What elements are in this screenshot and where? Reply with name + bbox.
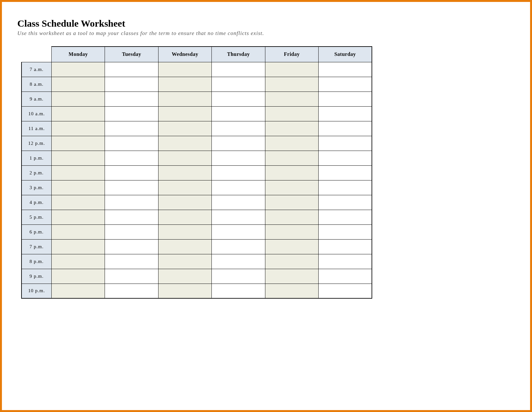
schedule-slot[interactable] xyxy=(158,121,212,136)
schedule-slot[interactable] xyxy=(265,284,318,298)
schedule-slot[interactable] xyxy=(212,239,265,254)
schedule-slot[interactable] xyxy=(212,77,265,92)
schedule-slot[interactable] xyxy=(319,92,372,106)
schedule-slot[interactable] xyxy=(105,239,158,254)
schedule-slot[interactable] xyxy=(212,121,265,136)
schedule-slot[interactable] xyxy=(158,165,212,180)
schedule-slot[interactable] xyxy=(105,284,158,298)
schedule-slot[interactable] xyxy=(319,151,372,165)
schedule-slot[interactable] xyxy=(265,180,318,195)
schedule-slot[interactable] xyxy=(319,77,372,92)
schedule-slot[interactable] xyxy=(212,195,265,210)
schedule-slot[interactable] xyxy=(52,151,105,165)
schedule-slot[interactable] xyxy=(52,254,105,269)
schedule-slot[interactable] xyxy=(52,195,105,210)
schedule-slot[interactable] xyxy=(265,92,318,106)
schedule-slot[interactable] xyxy=(105,224,158,239)
time-label: 1 p.m. xyxy=(21,151,52,165)
schedule-slot[interactable] xyxy=(105,92,158,106)
time-row: 8 a.m. xyxy=(21,77,372,92)
schedule-slot[interactable] xyxy=(212,224,265,239)
schedule-slot[interactable] xyxy=(105,269,158,284)
schedule-slot[interactable] xyxy=(105,136,158,151)
schedule-slot[interactable] xyxy=(105,210,158,224)
schedule-slot[interactable] xyxy=(265,136,318,151)
schedule-slot[interactable] xyxy=(265,224,318,239)
schedule-slot[interactable] xyxy=(52,121,105,136)
schedule-slot[interactable] xyxy=(158,239,212,254)
schedule-slot[interactable] xyxy=(52,77,105,92)
schedule-slot[interactable] xyxy=(319,106,372,121)
schedule-slot[interactable] xyxy=(105,77,158,92)
schedule-slot[interactable] xyxy=(212,180,265,195)
schedule-slot[interactable] xyxy=(158,92,212,106)
schedule-slot[interactable] xyxy=(265,151,318,165)
schedule-slot[interactable] xyxy=(105,180,158,195)
schedule-slot[interactable] xyxy=(212,151,265,165)
schedule-slot[interactable] xyxy=(158,106,212,121)
schedule-slot[interactable] xyxy=(265,121,318,136)
schedule-slot[interactable] xyxy=(265,62,318,77)
schedule-slot[interactable] xyxy=(212,62,265,77)
schedule-slot[interactable] xyxy=(158,254,212,269)
schedule-slot[interactable] xyxy=(105,121,158,136)
schedule-slot[interactable] xyxy=(105,62,158,77)
schedule-slot[interactable] xyxy=(158,62,212,77)
schedule-slot[interactable] xyxy=(105,195,158,210)
schedule-slot[interactable] xyxy=(212,165,265,180)
schedule-slot[interactable] xyxy=(212,92,265,106)
schedule-slot[interactable] xyxy=(265,165,318,180)
schedule-slot[interactable] xyxy=(52,239,105,254)
schedule-slot[interactable] xyxy=(212,136,265,151)
schedule-slot[interactable] xyxy=(52,210,105,224)
schedule-slot[interactable] xyxy=(105,254,158,269)
schedule-slot[interactable] xyxy=(265,239,318,254)
schedule-slot[interactable] xyxy=(52,62,105,77)
schedule-slot[interactable] xyxy=(52,269,105,284)
schedule-slot[interactable] xyxy=(319,121,372,136)
schedule-slot[interactable] xyxy=(265,77,318,92)
schedule-slot[interactable] xyxy=(319,269,372,284)
schedule-slot[interactable] xyxy=(105,106,158,121)
schedule-slot[interactable] xyxy=(52,106,105,121)
schedule-slot[interactable] xyxy=(52,165,105,180)
schedule-slot[interactable] xyxy=(265,269,318,284)
schedule-slot[interactable] xyxy=(319,239,372,254)
schedule-slot[interactable] xyxy=(52,180,105,195)
schedule-slot[interactable] xyxy=(212,254,265,269)
schedule-slot[interactable] xyxy=(319,254,372,269)
schedule-slot[interactable] xyxy=(265,210,318,224)
schedule-slot[interactable] xyxy=(212,210,265,224)
schedule-slot[interactable] xyxy=(319,136,372,151)
day-header: Tuesday xyxy=(105,47,158,62)
schedule-slot[interactable] xyxy=(52,284,105,298)
schedule-slot[interactable] xyxy=(319,62,372,77)
schedule-slot[interactable] xyxy=(319,180,372,195)
schedule-slot[interactable] xyxy=(212,106,265,121)
schedule-slot[interactable] xyxy=(158,195,212,210)
schedule-slot[interactable] xyxy=(158,224,212,239)
schedule-slot[interactable] xyxy=(265,106,318,121)
schedule-slot[interactable] xyxy=(158,210,212,224)
schedule-slot[interactable] xyxy=(158,77,212,92)
schedule-slot[interactable] xyxy=(265,195,318,210)
schedule-slot[interactable] xyxy=(158,151,212,165)
schedule-slot[interactable] xyxy=(105,165,158,180)
schedule-slot[interactable] xyxy=(52,224,105,239)
schedule-slot[interactable] xyxy=(52,92,105,106)
schedule-slot[interactable] xyxy=(212,284,265,298)
schedule-slot[interactable] xyxy=(319,195,372,210)
schedule-slot[interactable] xyxy=(319,224,372,239)
schedule-slot[interactable] xyxy=(52,136,105,151)
schedule-slot[interactable] xyxy=(212,269,265,284)
schedule-slot[interactable] xyxy=(158,269,212,284)
header-row: Monday Tuesday Wednesday Thursday Friday… xyxy=(21,47,372,62)
schedule-slot[interactable] xyxy=(105,151,158,165)
schedule-slot[interactable] xyxy=(319,210,372,224)
schedule-slot[interactable] xyxy=(158,180,212,195)
schedule-slot[interactable] xyxy=(265,254,318,269)
schedule-slot[interactable] xyxy=(319,165,372,180)
schedule-slot[interactable] xyxy=(158,284,212,298)
schedule-slot[interactable] xyxy=(158,136,212,151)
schedule-slot[interactable] xyxy=(319,284,372,298)
